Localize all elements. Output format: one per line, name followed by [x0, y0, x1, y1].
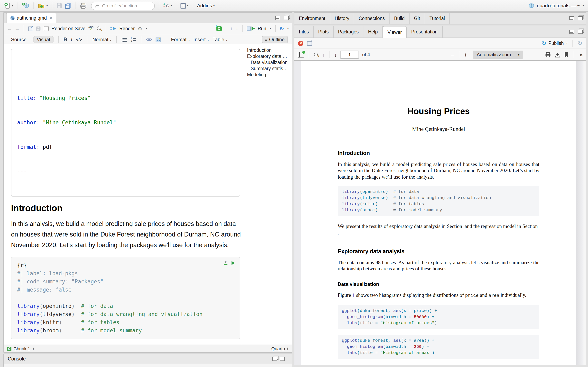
version-control-button[interactable]: +− G ▾	[163, 3, 172, 8]
pdf-search-icon[interactable]	[314, 52, 319, 57]
restore-pane-icon[interactable]	[272, 357, 277, 361]
run-chunk-icon[interactable]	[232, 261, 235, 265]
minimize-pane-icon[interactable]	[275, 16, 280, 20]
goto-file-search[interactable]	[91, 1, 155, 10]
pdf-scrollbar[interactable]	[576, 61, 584, 365]
source-mode-button[interactable]: Source	[8, 36, 30, 43]
console-header[interactable]: Console	[4, 354, 292, 364]
minimize-pane-icon[interactable]	[569, 30, 574, 34]
divider	[87, 36, 87, 43]
workspace-panes-button[interactable]: ▾	[181, 3, 189, 8]
minimize-pane-icon[interactable]	[569, 16, 574, 20]
outline-item-modeling[interactable]: Modeling	[247, 72, 292, 78]
tab-viewer[interactable]: Viewer	[383, 26, 407, 38]
refresh-viewer-icon[interactable]: ↻	[578, 41, 582, 46]
gear-icon[interactable]: ⚙	[138, 26, 142, 31]
tab-help[interactable]: Help	[364, 26, 383, 38]
italic-button[interactable]: I	[71, 37, 72, 42]
tab-environment[interactable]: Environment	[294, 13, 330, 24]
table-menu[interactable]: Table ▾	[213, 37, 227, 42]
tab-packages[interactable]: Packages	[334, 26, 364, 38]
render-arrow-icon[interactable]	[110, 26, 116, 31]
tab-tutorial[interactable]: Tutorial	[425, 13, 450, 24]
tab-files[interactable]: Files	[294, 26, 314, 38]
tab-connections[interactable]: Connections	[354, 13, 390, 24]
tab-authoring-qmd[interactable]: authoring.qmd ×	[6, 13, 56, 23]
chunk-navigator[interactable]: Chunk 1	[13, 346, 30, 351]
new-project-button[interactable]: R	[22, 2, 29, 9]
save-icon[interactable]	[36, 26, 41, 31]
chunk-stepper-icon[interactable]: ▲▼	[32, 347, 34, 350]
project-menu[interactable]: R quarto-tutorials — ~ ▾	[528, 2, 584, 9]
code-line: geom_histogram(binwidth = 250) +	[342, 343, 535, 350]
bullet-list-icon[interactable]	[121, 38, 127, 42]
addins-button[interactable]: Addins ▾	[197, 3, 215, 8]
print-button[interactable]	[80, 3, 86, 9]
visual-mode-button[interactable]: Visual	[34, 36, 53, 43]
tab-git[interactable]: Git	[410, 13, 425, 24]
go-to-next-chunk-icon[interactable]: ↓	[236, 26, 238, 31]
outline-toggle-button[interactable]: ≡ Outline	[261, 36, 288, 43]
maximize-pane-icon[interactable]	[280, 357, 285, 361]
pdf-sidebar-toggle-icon[interactable]	[298, 52, 304, 58]
insert-menu[interactable]: Insert ▾	[193, 37, 209, 42]
pdf-zoom-select[interactable]: Automatic Zoom ▾	[473, 50, 523, 59]
pdf-viewport[interactable]: Housing Prices Mine Çetinkaya-Rundel Int…	[294, 61, 586, 365]
tab-presentation[interactable]: Presentation	[407, 26, 442, 38]
pdf-more-tools-icon[interactable]: »	[579, 51, 583, 58]
forward-icon[interactable]: →	[15, 26, 20, 31]
back-icon[interactable]: ←	[7, 26, 12, 31]
run-button[interactable]: Run	[258, 26, 266, 31]
numbered-list-icon[interactable]	[130, 38, 136, 42]
doc-mode[interactable]: Quarto ▲▼	[271, 346, 289, 351]
chunk-actions: ▼	[224, 261, 235, 265]
go-to-previous-chunk-icon[interactable]: ↑	[230, 26, 233, 31]
render-button[interactable]: Render	[119, 26, 135, 31]
image-icon[interactable]	[155, 37, 161, 42]
chevron-down-icon: ▾	[566, 42, 568, 45]
tab-history[interactable]: History	[330, 13, 354, 24]
spellcheck-icon[interactable]: ABC✓	[88, 26, 94, 31]
r-code-chunk[interactable]: ▼ {r} #| label: load-pkgs #| code-summar…	[11, 257, 240, 339]
yaml-metadata-block[interactable]: --- title: "Housing Prices" author: "Min…	[11, 49, 240, 197]
outline-item-summary-statistics[interactable]: Summary statis…	[247, 66, 292, 72]
save-button[interactable]	[56, 3, 62, 8]
link-icon[interactable]	[146, 38, 152, 42]
stop-viewer-icon[interactable]: ✕	[298, 41, 303, 46]
pdf-next-page-icon[interactable]: ↓	[334, 52, 337, 58]
pdf-print-icon[interactable]	[545, 52, 551, 57]
open-in-new-window-icon[interactable]	[307, 41, 312, 45]
open-file-button[interactable]: ▾	[38, 3, 48, 8]
run-play-icon[interactable]	[251, 26, 255, 31]
maximize-pane-icon[interactable]	[578, 16, 583, 20]
save-all-button[interactable]	[65, 3, 71, 9]
search-icon[interactable]	[96, 26, 102, 31]
maximize-pane-icon[interactable]	[284, 16, 289, 20]
editor-content[interactable]: --- title: "Housing Prices" author: "Min…	[4, 44, 247, 345]
new-file-button[interactable]: ▾	[4, 2, 13, 9]
pdf-zoom-in-icon[interactable]: +	[464, 51, 467, 58]
pdf-bookmark-icon[interactable]	[564, 52, 568, 57]
format-menu[interactable]: Format ▾	[171, 37, 190, 42]
goto-file-input[interactable]	[101, 3, 151, 8]
render-on-save-checkbox[interactable]	[44, 26, 49, 31]
outline-item-eda[interactable]: Exploratory data …	[247, 53, 292, 59]
insert-chunk-icon[interactable]: C	[216, 26, 222, 31]
divider	[52, 2, 52, 9]
tab-build[interactable]: Build	[390, 13, 410, 24]
paragraph-style-select[interactable]: Normal ▾	[92, 37, 111, 42]
code-button[interactable]: </>	[76, 37, 82, 42]
bold-button[interactable]: B	[63, 37, 67, 42]
tab-plots[interactable]: Plots	[314, 26, 334, 38]
publish-button[interactable]: ↻ Publish ▾	[542, 41, 568, 46]
pdf-page-input[interactable]	[340, 50, 359, 59]
run-chunks-above-icon[interactable]: ▼	[224, 261, 227, 265]
open-in-new-window-icon[interactable]	[28, 26, 33, 31]
outline-item-introduction[interactable]: Introduction	[247, 47, 292, 53]
maximize-pane-icon[interactable]	[578, 30, 583, 34]
rerun-icon[interactable]: ↻	[279, 26, 284, 31]
pdf-zoom-out-icon[interactable]: −	[451, 51, 454, 58]
outline-item-data-visualization[interactable]: Data visualization	[247, 59, 292, 66]
close-icon[interactable]: ×	[50, 16, 52, 20]
pdf-previous-page-icon[interactable]: ↑	[322, 52, 325, 58]
